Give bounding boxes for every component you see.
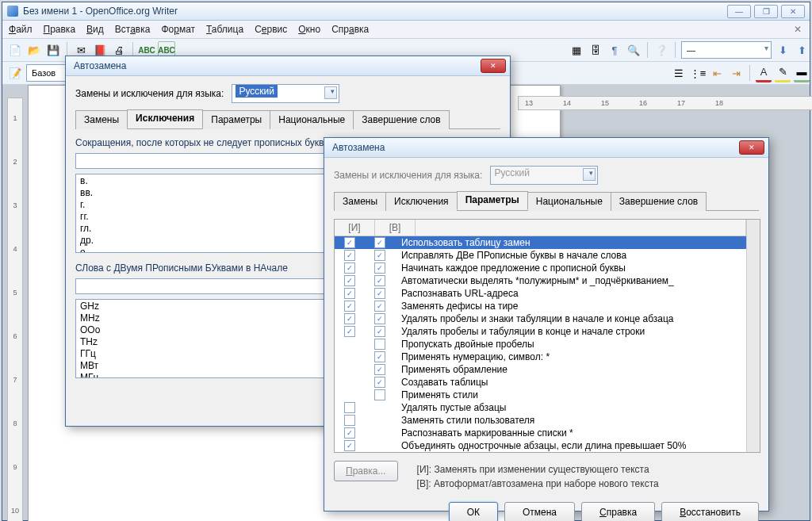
app-icon: [7, 6, 18, 17]
dialog-close-button[interactable]: ✕: [481, 59, 506, 73]
menu-window[interactable]: Окно: [298, 24, 320, 35]
option-row[interactable]: ✓Распознавать маркированные списки *: [335, 427, 746, 439]
menu-tools[interactable]: Сервис: [255, 24, 287, 35]
fontcolor-icon[interactable]: A: [756, 64, 772, 82]
legend-i: [И]: Заменять при изменении существующег…: [417, 464, 659, 475]
para-icon[interactable]: ¶: [607, 42, 622, 58]
option-row[interactable]: ✓✓Распознавать URL-адреса: [335, 287, 746, 300]
indent-inc-icon[interactable]: ⇥: [728, 65, 744, 81]
open-icon[interactable]: 📂: [26, 42, 42, 58]
legend-v: [В]: Автоформат/автозамена при наборе но…: [417, 478, 659, 489]
option-row[interactable]: ✓Применять нумерацию, символ: *: [335, 351, 746, 363]
menu-format[interactable]: Формат: [161, 24, 195, 35]
language-combo[interactable]: Русский: [232, 84, 339, 103]
db-icon[interactable]: 🗄: [588, 42, 603, 58]
maximize-button[interactable]: ❐: [754, 5, 778, 18]
option-row[interactable]: Пропускать двойные пробелы: [335, 338, 746, 351]
option-row[interactable]: Заменять стили пользователя: [335, 414, 746, 427]
option-row[interactable]: ✓Применять обрамление: [335, 363, 746, 376]
help-icon[interactable]: ❔: [653, 42, 669, 58]
autocorrect-dialog-options: Автозамена ✕ Замены и исключения для язы…: [324, 137, 769, 511]
menu-table[interactable]: Таблица: [206, 24, 243, 35]
tab-replaces[interactable]: Замены: [334, 192, 386, 211]
bgcolor-icon[interactable]: ▬: [794, 64, 810, 82]
find-icon[interactable]: 🔍: [626, 42, 642, 58]
highlight-icon[interactable]: ✎: [775, 64, 791, 82]
nav-up-icon[interactable]: ⬆: [794, 42, 810, 58]
option-row[interactable]: ✓✓Начинать каждое предложение с прописно…: [335, 262, 746, 274]
vertical-ruler: 12345678910: [7, 98, 23, 521]
table-icon[interactable]: ▦: [569, 42, 584, 58]
zoom-combo[interactable]: —: [681, 41, 772, 59]
language-label: Замены и исключения для языка:: [334, 170, 482, 181]
help-button[interactable]: Справка: [581, 502, 655, 521]
dialog-title: Автозамена: [74, 60, 126, 71]
menu-help[interactable]: Справка: [331, 24, 369, 35]
option-row[interactable]: ✓✓Исправлять ДВе ПРописные буквы в начал…: [335, 249, 746, 262]
tab-options[interactable]: Параметры: [202, 110, 270, 129]
scrollbar[interactable]: [746, 220, 760, 452]
option-row[interactable]: Удалять пустые абзацы: [335, 401, 746, 414]
option-row[interactable]: ✓✓Удалять пробелы и знаки табуляции в на…: [335, 312, 746, 325]
option-row[interactable]: ✓✓Удалять пробелы и табуляции в конце и …: [335, 325, 746, 338]
styles-icon[interactable]: 📝: [7, 65, 23, 81]
language-label: Замены и исключения для языка:: [75, 88, 224, 99]
option-row[interactable]: ✓✓Заменять дефисы на тире: [335, 300, 746, 312]
menu-insert[interactable]: Вставка: [115, 24, 151, 35]
minimize-button[interactable]: —: [727, 5, 751, 18]
tab-exclusions[interactable]: Исключения: [385, 192, 458, 211]
numlist-icon[interactable]: ☰: [671, 65, 687, 81]
bullist-icon[interactable]: ⋮≡: [690, 65, 706, 81]
tab-options[interactable]: Параметры: [457, 191, 528, 210]
option-row[interactable]: ✓Создавать таблицы: [335, 376, 746, 389]
tab-wordcomplete[interactable]: Завершение слов: [611, 192, 707, 211]
option-row[interactable]: ✓✓Использовать таблицу замен: [335, 236, 746, 249]
tab-wordcomplete[interactable]: Завершение слов: [353, 110, 449, 129]
titlebar: Без имени 1 - OpenOffice.org Writer — ❐ …: [2, 2, 810, 21]
save-icon[interactable]: 💾: [45, 42, 61, 58]
tab-strip: Замены Исключения Параметры Национальные…: [334, 191, 759, 211]
options-table: [И] [В] ✓✓Использовать таблицу замен✓✓Ис…: [334, 219, 760, 453]
horizontal-ruler: 131415161718: [518, 96, 812, 110]
option-row[interactable]: Применять стили: [335, 389, 746, 401]
ok-button[interactable]: ОК: [449, 502, 498, 521]
indent-dec-icon[interactable]: ⇤: [709, 65, 725, 81]
option-row[interactable]: ✓✓Автоматически выделять *полужирным* и …: [335, 274, 746, 287]
dialog-titlebar[interactable]: Автозамена ✕: [324, 138, 768, 158]
menubar: Файл Правка Вид Вставка Формат Таблица С…: [2, 21, 810, 39]
restore-button[interactable]: Восстановить: [661, 502, 759, 521]
tab-replaces[interactable]: Замены: [75, 110, 128, 129]
menu-edit[interactable]: Правка: [44, 24, 76, 35]
tab-strip: Замены Исключения Параметры Национальные…: [75, 109, 500, 129]
option-row[interactable]: ✓Объединять однострочные абзацы, если дл…: [335, 439, 746, 452]
new-icon[interactable]: 📄: [7, 42, 23, 58]
options-header: [И] [В]: [335, 220, 746, 236]
dialog-close-button[interactable]: ✕: [739, 140, 764, 155]
menu-close-doc[interactable]: ✕: [794, 24, 802, 35]
nav-down-icon[interactable]: ⬇: [775, 42, 791, 58]
tab-national[interactable]: Национальные: [527, 192, 611, 211]
menu-view[interactable]: Вид: [86, 24, 104, 35]
edit-button[interactable]: Правка...: [334, 461, 398, 481]
app-title: Без имени 1 - OpenOffice.org Writer: [23, 6, 178, 17]
window-controls: — ❐ ✕: [727, 5, 805, 18]
language-combo: Русский: [490, 166, 598, 185]
tab-national[interactable]: Национальные: [270, 110, 354, 129]
menu-file[interactable]: Файл: [9, 24, 33, 35]
tab-exclusions[interactable]: Исключения: [127, 109, 203, 128]
cancel-button[interactable]: Отмена: [504, 502, 575, 521]
dialog-titlebar[interactable]: Автозамена ✕: [66, 56, 510, 76]
close-button[interactable]: ✕: [781, 5, 805, 18]
dialog-title: Автозамена: [332, 142, 385, 153]
